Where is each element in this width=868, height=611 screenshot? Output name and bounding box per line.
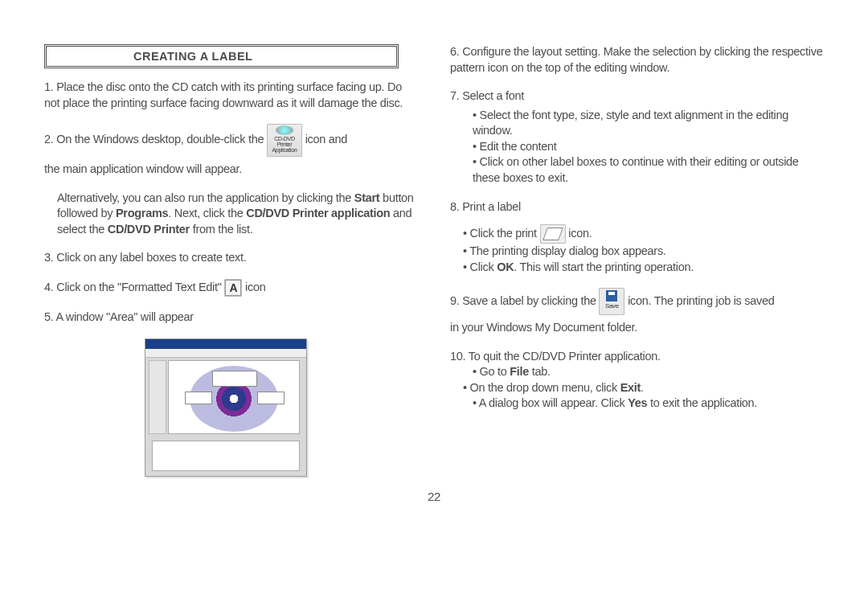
screenshot-label-box [212, 371, 257, 387]
step-2-text-b: icon and [305, 133, 347, 146]
step-7-c: Click on other label boxes to continue w… [473, 154, 824, 186]
page-content: CREATING A LABEL 1. Place the disc onto … [0, 0, 868, 485]
step-7-a: Select the font type, size, style and te… [473, 108, 824, 139]
step-5: 5. A window "Area" will appear [44, 310, 418, 326]
step-10-a: • Go to File tab. [473, 364, 824, 380]
formatted-text-edit-icon: A [224, 279, 242, 297]
step-2-text-a: 2. On the Windows desktop, double-click … [44, 133, 264, 146]
step-10-c: • A dialog box will appear. Click Yes to… [473, 396, 824, 412]
left-column: CREATING A LABEL 1. Place the disc onto … [44, 44, 418, 477]
step-2: 2. On the Windows desktop, double-click … [44, 124, 418, 178]
step-3: 3. Click on any label boxes to create te… [44, 250, 418, 266]
screenshot-label-box [185, 392, 212, 404]
step-4: 4. Click on the "Formatted Text Edit" A … [44, 279, 418, 297]
cd-dvd-printer-application-icon: CD-DVD Printer Application [267, 124, 302, 157]
print-icon [540, 224, 566, 244]
section-heading: CREATING A LABEL [133, 50, 390, 63]
screenshot-menubar [145, 349, 306, 358]
area-window-screenshot [145, 338, 307, 477]
step-7-b: Edit the content [473, 139, 824, 155]
step-8-b: The printing display dialog box appears. [463, 244, 824, 260]
step-4-text-b: icon [245, 281, 265, 293]
screenshot-sidebar [149, 360, 166, 434]
step-4-text-a: 4. Click on the "Formatted Text Edit" [44, 281, 224, 293]
step-6: 6. Configure the layout setting. Make th… [450, 44, 824, 76]
step-8-a: • Click the print icon. [463, 224, 824, 244]
step-8: 8. Print a label • Click the print icon.… [450, 199, 824, 276]
right-column: 6. Configure the layout setting. Make th… [450, 44, 824, 477]
screenshot-bottom-box [152, 441, 300, 471]
step-1: 1. Place the disc onto the CD catch with… [44, 80, 418, 111]
step-10-b: • On the drop down menu, click Exit. [463, 380, 824, 396]
screenshot-canvas [168, 360, 300, 434]
save-icon: Save [599, 288, 624, 315]
step-7: 7. Select a font Select the font type, s… [450, 88, 824, 186]
step-10: 10. To quit the CD/DVD Printer applicati… [450, 349, 824, 412]
step-2-alternative: Alternatively, you can also run the appl… [57, 191, 418, 238]
step-8-c: • Click OK. This will start the printing… [463, 260, 824, 276]
screenshot-label-box [257, 392, 285, 404]
page-number: 22 [0, 490, 868, 503]
screenshot-titlebar [145, 339, 306, 349]
section-heading-box: CREATING A LABEL [44, 44, 399, 68]
step-9: 9. Save a label by clicking the Save ico… [450, 288, 824, 336]
step-2-text-c: the main application window will appear. [44, 162, 242, 175]
